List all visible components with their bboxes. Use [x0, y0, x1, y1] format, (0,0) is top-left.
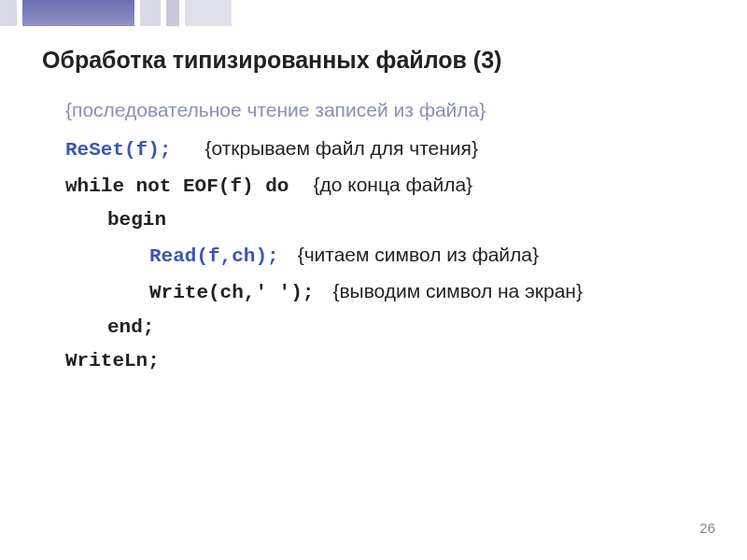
code-keyword: Read(f,ch);	[149, 240, 279, 274]
slide-content: {последовательное чтение записей из файл…	[65, 93, 710, 379]
code-comment: {до конца файла}	[313, 168, 472, 203]
code-header-comment: {последовательное чтение записей из файл…	[65, 93, 710, 128]
code-line-5: Write(ch,' '); {выводим символ на экран}	[65, 274, 710, 311]
deco-seg	[22, 0, 134, 26]
code-text: while not EOF(f) do	[65, 170, 289, 204]
deco-seg	[0, 0, 17, 26]
deco-seg	[166, 0, 179, 26]
code-line-2: while not EOF(f) do {до конца файла}	[65, 168, 710, 204]
code-text: end;	[107, 311, 154, 345]
deco-seg	[140, 0, 161, 26]
code-line-3: begin	[65, 203, 710, 238]
code-comment: {открываем файл для чтения}	[204, 132, 478, 166]
deco-seg	[185, 0, 232, 26]
code-text: Write(ch,' ');	[149, 276, 314, 311]
code-text: WriteLn;	[65, 344, 160, 379]
code-text: begin	[107, 203, 166, 238]
code-line-4: Read(f,ch); {читаем символ из файла}	[65, 238, 710, 274]
slide-title: Обработка типизированных файлов (3)	[42, 47, 501, 74]
code-line-1: ReSet(f); {открываем файл для чтения}	[65, 132, 710, 168]
code-line-6: end;	[65, 311, 710, 345]
header-decoration	[0, 0, 238, 26]
code-keyword: ReSet(f);	[65, 133, 171, 168]
code-comment: {читаем символ из файла}	[298, 238, 539, 273]
code-line-7: WriteLn;	[65, 344, 710, 379]
code-comment: {выводим символ на экран}	[332, 274, 583, 309]
page-number: 26	[699, 520, 715, 536]
